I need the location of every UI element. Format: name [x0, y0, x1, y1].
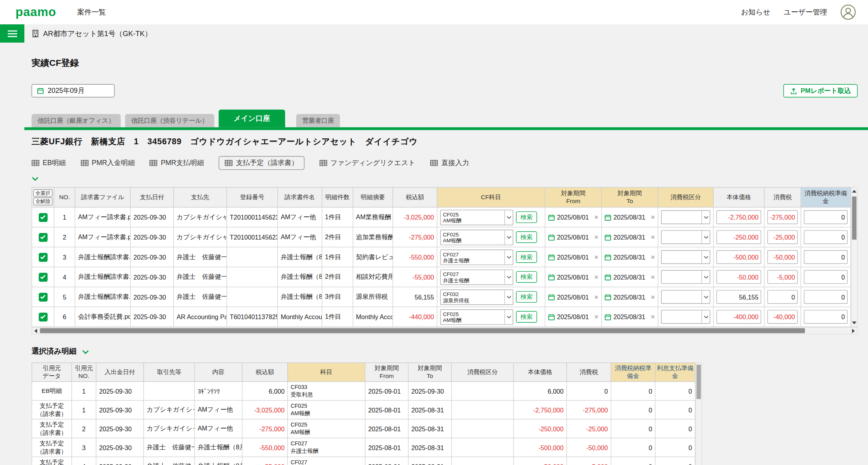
base-price-input[interactable]: -400,000: [716, 310, 761, 323]
deselect-all-button[interactable]: 全解除: [33, 198, 53, 205]
cf-account-select[interactable]: CF025AM報酬: [440, 309, 513, 325]
clear-date-button[interactable]: ×: [594, 273, 599, 281]
row-checkbox[interactable]: [38, 233, 47, 242]
scroll-up-arrow[interactable]: [852, 187, 857, 194]
search-button[interactable]: 検索: [516, 211, 537, 223]
clear-date-button[interactable]: ×: [594, 213, 599, 221]
tax-class-select[interactable]: [661, 230, 710, 244]
tax-input[interactable]: -275,000: [767, 210, 798, 224]
pm-report-import-button[interactable]: PMレポート取込: [783, 84, 857, 98]
account-tab[interactable]: 営業者口座: [296, 114, 340, 127]
tax-reserve-input[interactable]: 0: [804, 270, 848, 284]
clear-date-button[interactable]: ×: [651, 293, 655, 301]
tax-reserve-input[interactable]: 0: [804, 290, 848, 304]
table-collapse-chevron-icon[interactable]: [31, 176, 38, 181]
clear-date-button[interactable]: ×: [651, 233, 655, 241]
search-button[interactable]: 検索: [516, 231, 537, 243]
tax-input[interactable]: -50,000: [767, 250, 798, 264]
clear-date-button[interactable]: ×: [594, 312, 599, 321]
account-tab[interactable]: 信託口座（渋谷リテール）: [125, 114, 214, 127]
period-to-field[interactable]: 2025/08/31×: [604, 312, 655, 321]
row-checkbox[interactable]: [38, 312, 47, 322]
cf-account-select[interactable]: CF025AM報酬: [440, 209, 513, 225]
hamburger-menu-button[interactable]: [0, 24, 24, 43]
search-button[interactable]: 検索: [516, 271, 537, 283]
base-price-input[interactable]: -250,000: [716, 230, 761, 244]
horizontal-scrollbar-thumb[interactable]: [40, 328, 805, 333]
month-picker[interactable]: 2025年09月: [31, 84, 115, 98]
clear-date-button[interactable]: ×: [594, 253, 599, 261]
select-all-button[interactable]: 全選択: [33, 189, 53, 197]
interest-reserve: 0: [655, 419, 695, 438]
vertical-scrollbar-thumb[interactable]: [697, 365, 701, 399]
tax-class-select[interactable]: [661, 310, 710, 323]
period-to-field[interactable]: 2025/08/31×: [604, 253, 655, 261]
account-tab[interactable]: メイン口座: [218, 109, 285, 127]
search-button[interactable]: 検索: [516, 291, 537, 303]
subnav-item[interactable]: EB明細: [31, 158, 66, 168]
tax-class-select[interactable]: [661, 290, 710, 304]
scroll-down-arrow[interactable]: [852, 319, 857, 326]
period-from-field[interactable]: 2025/08/01×: [548, 273, 598, 281]
row-checkbox[interactable]: [38, 213, 47, 222]
subnav-item[interactable]: 支払予定（請求書）: [219, 156, 304, 170]
clear-date-button[interactable]: ×: [651, 253, 655, 261]
user-management-link[interactable]: ユーザー管理: [784, 7, 827, 17]
tax-reserve-input[interactable]: 0: [804, 230, 848, 244]
tax-class-select[interactable]: [661, 210, 710, 224]
search-button[interactable]: 検索: [516, 311, 537, 323]
user-avatar-icon[interactable]: [841, 4, 856, 20]
subnav-item[interactable]: ファンディングリクエスト: [319, 158, 415, 168]
period-from-field[interactable]: 2025/08/01×: [548, 312, 598, 321]
period-from-field[interactable]: 2025/08/01×: [548, 213, 598, 221]
tax-reserve-input[interactable]: 0: [804, 210, 848, 224]
tax-input[interactable]: 0: [767, 290, 798, 304]
clear-date-button[interactable]: ×: [594, 233, 599, 241]
tax-amount: -25,000: [567, 419, 611, 438]
clear-date-button[interactable]: ×: [651, 213, 655, 221]
cf-account-select[interactable]: CF027弁護士報酬: [440, 269, 513, 285]
section-collapse-chevron-icon[interactable]: [82, 350, 89, 354]
tax-input[interactable]: -40,000: [767, 310, 798, 323]
horizontal-scrollbar[interactable]: [31, 327, 857, 334]
tax-reserve-input[interactable]: 0: [804, 250, 848, 264]
base-price-input[interactable]: -50,000: [716, 270, 761, 284]
period-to-field[interactable]: 2025/08/31×: [604, 273, 655, 281]
subnav-item[interactable]: 直接入力: [430, 158, 469, 168]
scroll-right-arrow[interactable]: [850, 328, 857, 334]
period-from-field[interactable]: 2025/08/01×: [548, 293, 598, 301]
cf-account-select[interactable]: CF025AM報酬: [440, 229, 513, 245]
subnav-item[interactable]: PMR入金明細: [81, 158, 135, 168]
period-to-field[interactable]: 2025/08/31×: [604, 233, 655, 241]
row-checkbox[interactable]: [38, 292, 47, 302]
tax-class-select[interactable]: [661, 270, 710, 284]
tax-input[interactable]: -5,000: [767, 270, 798, 284]
notifications-link[interactable]: お知らせ: [741, 7, 770, 17]
tax-class-select[interactable]: [661, 250, 710, 264]
paamo-logo[interactable]: paamo: [16, 5, 56, 20]
cf-account-select[interactable]: CF027弁護士報酬: [440, 249, 513, 265]
period-to-field[interactable]: 2025/08/31×: [604, 213, 655, 221]
vertical-scrollbar[interactable]: [851, 187, 857, 327]
clear-date-button[interactable]: ×: [651, 312, 655, 321]
row-checkbox[interactable]: [38, 252, 47, 262]
base-price-input[interactable]: -2,750,000: [716, 210, 761, 224]
period-from-field[interactable]: 2025/08/01×: [548, 233, 598, 241]
tax-input[interactable]: -25,000: [767, 230, 798, 244]
search-button[interactable]: 検索: [516, 251, 537, 263]
period-from-field[interactable]: 2025/08/01×: [548, 253, 598, 261]
vertical-scrollbar-thumb[interactable]: [852, 196, 856, 240]
row-checkbox[interactable]: [38, 272, 47, 282]
tax-amount: 0: [567, 381, 611, 400]
vertical-scrollbar[interactable]: [695, 363, 702, 465]
account-tab[interactable]: 信託口座（銀座オフィス）: [31, 114, 120, 127]
scroll-left-arrow[interactable]: [32, 328, 39, 334]
subnav-item[interactable]: PMR支払明細: [150, 158, 204, 168]
cf-account-select[interactable]: CF032源泉所得税: [440, 289, 513, 305]
base-price-input[interactable]: -500,000: [716, 250, 761, 264]
period-to-field[interactable]: 2025/08/31×: [604, 293, 655, 301]
clear-date-button[interactable]: ×: [651, 273, 655, 281]
base-price-input[interactable]: 56,155: [716, 290, 761, 304]
clear-date-button[interactable]: ×: [594, 293, 599, 301]
tax-reserve-input[interactable]: 0: [804, 310, 848, 323]
